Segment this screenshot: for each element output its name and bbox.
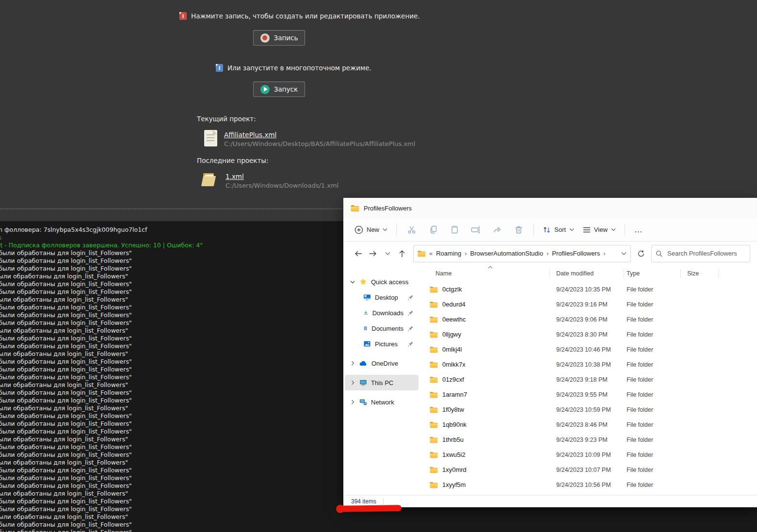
pictures-icon: [363, 340, 371, 348]
chevron-right-icon[interactable]: [350, 361, 355, 366]
search-input[interactable]: [666, 249, 741, 258]
file-name: 1thrb5u: [442, 436, 464, 443]
up-button[interactable]: [395, 246, 409, 261]
more-button[interactable]: …: [629, 225, 648, 235]
file-row[interactable]: 0ctgzlk 9/24/2023 10:35 PM File folder: [420, 282, 757, 297]
recent-project-item: 1.xml C:/Users/Windows/Downloads/1.xml: [202, 172, 338, 189]
file-row[interactable]: 0eewthc 9/24/2023 9:06 PM File folder: [420, 312, 757, 327]
info-icon-blue: i: [216, 64, 223, 72]
file-row[interactable]: 0lljgwy 9/24/2023 8:30 PM File folder: [420, 327, 757, 342]
search-box[interactable]: [651, 245, 750, 262]
chevron-down-icon: [569, 228, 574, 231]
breadcrumb-item-bas[interactable]: BrowserAutomationStudio: [470, 250, 543, 257]
file-row[interactable]: 1f0y8tw 9/24/2023 10:59 PM File folder: [420, 402, 757, 417]
pin-icon[interactable]: [407, 341, 414, 347]
paste-button[interactable]: [444, 222, 465, 238]
file-row[interactable]: 1thrb5u 9/24/2023 9:23 PM File folder: [420, 432, 757, 447]
address-dropdown-chevron[interactable]: [621, 252, 627, 256]
bas-home-panel: i Нажмите запись, чтобы создать или реда…: [0, 0, 757, 221]
file-row[interactable]: 1qb90nk 9/24/2023 8:46 PM File folder: [420, 417, 757, 432]
toolbar-separator: [396, 224, 397, 236]
run-hint: i Или запустите в многопоточном режиме.: [216, 64, 371, 72]
new-button[interactable]: New: [350, 222, 392, 238]
column-header-size[interactable]: Size: [680, 265, 718, 282]
sidebar-item-onedrive[interactable]: OneDrive: [345, 355, 419, 371]
log-line: были обработаны для login_list_Followers…: [0, 358, 367, 366]
documents-icon: [363, 324, 368, 332]
view-list-icon: [583, 226, 591, 233]
record-button[interactable]: Запись: [253, 30, 305, 46]
column-header-name[interactable]: Name: [420, 265, 549, 282]
file-row[interactable]: 1xwu5i2 9/24/2023 10:09 PM File folder: [420, 447, 757, 462]
sidebar-item-network[interactable]: Network: [345, 394, 419, 410]
file-row[interactable]: 1aramn7 9/24/2023 9:55 PM File folder: [420, 387, 757, 402]
log-line: были обработаны для login_list_Followers…: [0, 389, 367, 397]
sidebar-item-quick-access[interactable]: Quick access: [345, 274, 419, 290]
file-row[interactable]: 1xyyf5m 9/24/2023 10:56 PM File folder: [420, 477, 757, 492]
explorer-titlebar[interactable]: ProfilesFollowers: [343, 198, 757, 218]
log-line: ыли обработаны для login_list_Followers": [0, 513, 367, 521]
explorer-addressbar: « Roaming › BrowserAutomationStudio › Pr…: [343, 242, 757, 265]
breadcrumb-overflow[interactable]: «: [429, 250, 433, 257]
file-date-modified: 9/24/2023 9:16 PM: [549, 301, 624, 308]
recent-locations-chevron[interactable]: [380, 246, 395, 261]
file-name: 1xyyf5m: [442, 481, 466, 488]
sort-icon: [543, 226, 551, 234]
sidebar-item-downloads[interactable]: Downloads: [345, 305, 419, 321]
folder-icon: [430, 406, 438, 413]
sidebar-item-desktop[interactable]: Desktop: [345, 290, 419, 305]
chevron-right-icon[interactable]: [350, 380, 355, 385]
file-row[interactable]: 1xy0mrd 9/24/2023 10:07 PM File folder: [420, 462, 757, 477]
chevron-right-icon[interactable]: [350, 400, 355, 404]
sidebar-item-pictures[interactable]: Pictures: [345, 336, 419, 352]
delete-button[interactable]: [508, 222, 529, 238]
pin-icon[interactable]: [407, 325, 414, 332]
sidebar-item-documents[interactable]: Documents: [345, 321, 419, 336]
copy-button[interactable]: [422, 222, 444, 238]
current-project-link[interactable]: AffiliatePlus.xml: [224, 131, 415, 139]
share-button[interactable]: [486, 222, 508, 238]
forward-button[interactable]: [366, 246, 380, 261]
file-type: File folder: [624, 482, 680, 488]
file-name: 0eewthc: [442, 316, 466, 323]
file-row[interactable]: 0mlkj4l 9/24/2023 10:46 PM File folder: [420, 342, 757, 357]
pin-icon[interactable]: [407, 310, 414, 316]
log-line: были обработаны для login_list_Followers…: [0, 373, 367, 381]
log-line: были обработаны для login_list_Followers…: [0, 412, 367, 420]
breadcrumb-item-roaming[interactable]: Roaming: [436, 250, 461, 257]
file-date-modified: 9/24/2023 8:30 PM: [549, 331, 624, 338]
column-header-date-modified[interactable]: Date modified: [549, 265, 624, 282]
file-row[interactable]: 01z9cxf 9/24/2023 9:18 PM File folder: [420, 372, 757, 387]
log-line: ыли обработаны для login_list_Followers": [0, 273, 367, 280]
view-button[interactable]: View: [579, 223, 620, 237]
column-headers: Name Date modified Type Size: [420, 265, 757, 282]
log-line: были обработаны для login_list_Followers…: [0, 428, 367, 435]
chevron-down-icon[interactable]: [350, 280, 355, 284]
log-line: были обработаны для login_list_Followers…: [0, 335, 367, 342]
cut-button[interactable]: [401, 222, 422, 238]
file-type: File folder: [624, 286, 680, 293]
sort-button[interactable]: Sort: [538, 223, 579, 237]
file-name: 1aramn7: [442, 391, 467, 398]
file-name: 0mlkk7x: [442, 361, 466, 368]
recent-project-link[interactable]: 1.xml: [225, 173, 338, 180]
run-button[interactable]: Запуск: [253, 81, 305, 97]
breadcrumb-item-profilesfollowers[interactable]: ProfilesFollowers: [552, 250, 600, 257]
breadcrumb[interactable]: « Roaming › BrowserAutomationStudio › Pr…: [413, 245, 631, 262]
file-date-modified: 9/24/2023 10:07 PM: [549, 467, 624, 473]
log-line-id: n фолловера: 7slnybpa5x4s3cgjk009hguo7lo…: [0, 226, 367, 234]
rename-button[interactable]: [465, 222, 486, 238]
panel-splitter[interactable]: [0, 208, 343, 210]
refresh-button[interactable]: [634, 246, 648, 261]
log-line: ыли обработаны для login_list_Followers": [0, 350, 367, 358]
log-line: были обработаны для login_list_Followers…: [0, 280, 367, 288]
log-line: были обработаны для login_list_Followers…: [0, 288, 367, 296]
document-icon: [204, 130, 217, 146]
file-row[interactable]: 0mlkk7x 9/24/2023 10:38 PM File folder: [420, 357, 757, 372]
pin-icon[interactable]: [407, 294, 414, 301]
file-row[interactable]: 0edurd4 9/24/2023 9:16 PM File folder: [420, 297, 757, 312]
back-button[interactable]: [351, 246, 366, 261]
log-line-success: it - Подписка фолловеров завершена. Успе…: [0, 242, 367, 249]
sidebar-item-this-pc[interactable]: This PC: [345, 375, 419, 390]
column-header-type[interactable]: Type: [624, 265, 680, 282]
